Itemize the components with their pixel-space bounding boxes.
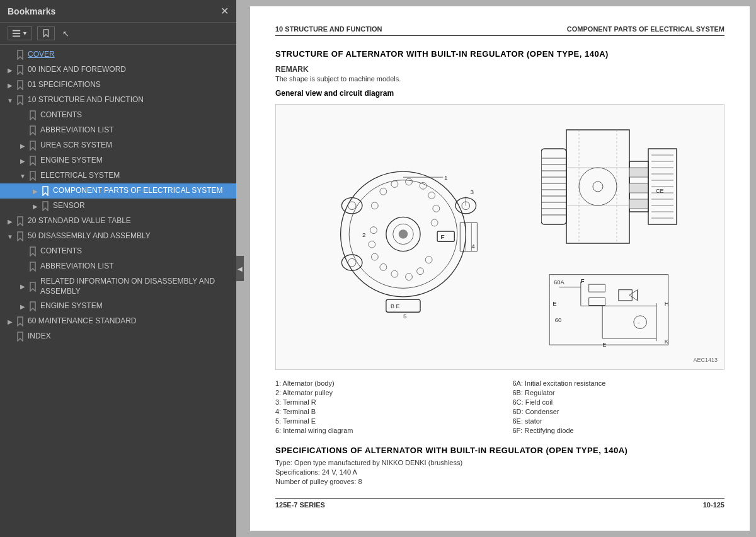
sidebar-item-abbrev-50[interactable]: ABBREVIATION LIST — [0, 259, 236, 274]
expand-arrow-engine-sys-10[interactable] — [18, 158, 28, 165]
general-view-label: General view and circuit diagram — [275, 89, 724, 98]
close-button[interactable]: ✕ — [220, 5, 229, 17]
svg-text:H: H — [665, 301, 669, 308]
sidebar-item-contents-10[interactable]: CONTENTS — [0, 108, 236, 123]
svg-text:3: 3 — [470, 188, 474, 195]
svg-text:4: 4 — [471, 243, 475, 250]
svg-text:~: ~ — [638, 321, 641, 326]
sidebar-label-60-maintenance: 60 MAINTENANCE STANDARD — [28, 316, 136, 326]
bookmark-icon-contents-10 — [28, 110, 38, 120]
part-6f: 6F: Rectifying diode — [513, 427, 725, 434]
bookmark-list-icon — [42, 29, 50, 38]
spec-grooves: Number of pulley grooves: 8 — [275, 478, 724, 485]
sidebar-label-engine-sys-10: ENGINE SYSTEM — [40, 156, 103, 166]
sidebar-item-sensor[interactable]: SENSOR — [0, 199, 236, 214]
sidebar-title: Bookmarks — [8, 6, 55, 16]
part-6: 6: Internal wiring diagram — [275, 427, 488, 434]
part-6c: 6C: Field coil — [513, 398, 725, 406]
svg-point-28 — [368, 241, 375, 248]
svg-point-7 — [398, 229, 407, 238]
svg-text:B  E: B E — [391, 303, 400, 309]
svg-text:60A: 60A — [554, 279, 564, 286]
svg-point-16 — [391, 181, 398, 188]
sidebar-item-index[interactable]: INDEX — [0, 329, 236, 344]
bookmark-icon-20-standard — [15, 216, 25, 226]
expand-arrow-20-standard[interactable] — [5, 218, 15, 225]
expand-arrow-00-index[interactable] — [5, 67, 15, 74]
svg-text:1: 1 — [444, 174, 448, 181]
sidebar-item-10-structure[interactable]: 10 STRUCTURE AND FUNCTION — [0, 93, 236, 108]
sidebar-label-related-info: RELATED INFORMATION ON DISASSEMBLY AND A… — [40, 277, 231, 296]
expand-arrow-electrical-sys[interactable] — [18, 173, 28, 180]
diagram-container: F 1 B E 2 3 4 5 — [275, 104, 724, 370]
svg-marker-92 — [629, 290, 638, 301]
bookmark-icon-index — [15, 332, 25, 342]
sidebar-item-cover[interactable]: COVER — [0, 47, 236, 62]
svg-rect-90 — [589, 298, 605, 306]
sidebar-label-01-specs: 01 SPECIFICATIONS — [28, 80, 101, 90]
bookmark-icon-component-parts — [40, 186, 50, 196]
sidebar-item-electrical-sys[interactable]: ELECTRICAL SYSTEM — [0, 168, 236, 183]
alternator-front-view-svg: F 1 B E 2 3 4 5 — [321, 149, 497, 325]
expand-arrow-60-maintenance[interactable] — [5, 318, 15, 325]
expand-arrow-engine-sys-50[interactable] — [18, 303, 28, 310]
expand-arrow-related-info[interactable] — [18, 283, 28, 290]
sidebar-item-contents-50[interactable]: CONTENTS — [0, 244, 236, 259]
expand-arrow-sensor[interactable] — [30, 203, 40, 210]
svg-text:5: 5 — [403, 313, 406, 320]
sidebar-item-related-info[interactable]: RELATED INFORMATION ON DISASSEMBLY AND A… — [0, 274, 236, 299]
expand-arrow-01-specs[interactable] — [5, 82, 15, 89]
expand-all-button[interactable]: ▼ — [8, 26, 32, 40]
bookmark-button[interactable] — [37, 26, 55, 40]
sidebar-header: Bookmarks ✕ — [0, 0, 236, 23]
sidebar-label-urea-scr: UREA SCR SYSTEM — [40, 141, 112, 151]
expand-arrow-component-parts[interactable] — [30, 188, 40, 195]
main-content: ◀ 10 STRUCTURE AND FUNCTION COMPONENT PA… — [236, 0, 756, 537]
expand-arrow-urea-scr[interactable] — [18, 142, 28, 149]
sidebar-item-60-maintenance[interactable]: 60 MAINTENANCE STANDARD — [0, 314, 236, 329]
part-4: 4: Terminal B — [275, 408, 488, 415]
svg-rect-2 — [13, 36, 20, 37]
svg-text:F: F — [581, 278, 585, 285]
bookmark-icon-10-structure — [15, 95, 25, 105]
sidebar-item-engine-sys-50[interactable]: ENGINE SYSTEM — [0, 299, 236, 314]
expand-arrow-50-disassembly[interactable] — [5, 233, 15, 240]
svg-rect-0 — [13, 30, 20, 32]
sidebar-item-component-parts[interactable]: COMPONENT PARTS OF ELECTRICAL SYSTEM — [0, 183, 236, 199]
svg-text:60: 60 — [555, 316, 561, 323]
sidebar-label-electrical-sys: ELECTRICAL SYSTEM — [40, 171, 120, 181]
part-6e: 6E: stator — [513, 417, 725, 425]
circuit-diagram-svg: 60A 60 F E H K E — [541, 274, 680, 349]
diagram-code: AEC1413 — [541, 357, 718, 363]
page-footer: 125E-7 SERIES 10-125 — [275, 498, 724, 509]
svg-text:K: K — [665, 338, 669, 345]
svg-rect-91 — [619, 290, 632, 301]
spec-type: Type: Open type manufactured by NIKKO DE… — [275, 459, 724, 466]
sidebar-label-abbrev-10: ABBREVIATION LIST — [40, 125, 113, 136]
sidebar-item-01-specs[interactable]: 01 SPECIFICATIONS — [0, 78, 236, 93]
sidebar-item-abbrev-10[interactable]: ABBREVIATION LIST — [0, 123, 236, 138]
parts-list-right: 6A: Initial excitation resistance 6B: Re… — [513, 379, 725, 436]
sidebar-item-engine-sys-10[interactable]: ENGINE SYSTEM — [0, 153, 236, 168]
part-2: 2: Alternator pulley — [275, 389, 488, 396]
alternator-side-view-svg: CE — [541, 111, 680, 262]
bookmark-icon-contents-50 — [28, 246, 38, 257]
sidebar-item-50-disassembly[interactable]: 50 DISASSEMBLY AND ASSEMBLY — [0, 229, 236, 244]
bookmark-icon-01-specs — [15, 80, 25, 90]
sidebar-item-00-index[interactable]: 00 INDEX AND FOREWORD — [0, 62, 236, 78]
remark-label: REMARK — [275, 65, 724, 74]
sidebar-item-20-standard[interactable]: 20 STANDARD VALUE TABLE — [0, 214, 236, 229]
svg-point-26 — [379, 264, 386, 271]
footer-left: 125E-7 SERIES — [275, 501, 325, 509]
sidebar: Bookmarks ✕ ▼ ↖ COVER 00 INDEX AND FOREW… — [0, 0, 236, 537]
svg-text:F: F — [440, 233, 444, 240]
bookmark-icon-sensor — [40, 201, 50, 211]
expand-arrow-10-structure[interactable] — [5, 97, 15, 104]
sidebar-label-cover: COVER — [28, 50, 55, 60]
sidebar-item-urea-scr[interactable]: UREA SCR SYSTEM — [0, 138, 236, 153]
svg-point-10 — [341, 255, 362, 270]
expand-list-icon — [12, 29, 21, 38]
part-3: 3: Terminal R — [275, 398, 488, 406]
collapse-handle[interactable]: ◀ — [236, 256, 244, 281]
header-left: 10 STRUCTURE AND FUNCTION — [275, 25, 382, 33]
